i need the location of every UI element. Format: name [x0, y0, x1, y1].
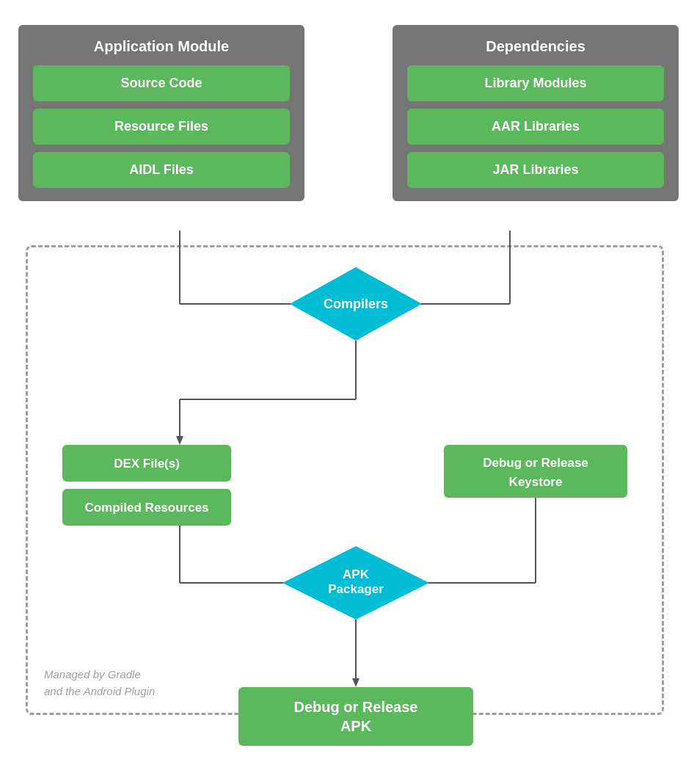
svg-text:APK: APK	[340, 718, 372, 734]
app-module-box: Application Module Source Code Resource …	[18, 25, 304, 201]
jar-libraries-btn: JAR Libraries	[407, 152, 664, 188]
source-code-btn: Source Code	[33, 65, 290, 101]
top-section: Application Module Source Code Resource …	[18, 25, 679, 201]
diagram: Application Module Source Code Resource …	[18, 18, 679, 766]
aidl-files-btn: AIDL Files	[33, 152, 290, 188]
aar-libraries-btn: AAR Libraries	[407, 109, 664, 145]
gradle-label: Managed by Gradle and the Android Plugin	[44, 667, 155, 700]
resource-files-btn: Resource Files	[33, 109, 290, 145]
gradle-managed-area: Managed by Gradle and the Android Plugin	[26, 245, 664, 715]
library-modules-btn: Library Modules	[407, 65, 664, 101]
app-module-title: Application Module	[33, 38, 290, 55]
dependencies-box: Dependencies Library Modules AAR Librari…	[393, 25, 679, 201]
dependencies-title: Dependencies	[407, 38, 664, 55]
